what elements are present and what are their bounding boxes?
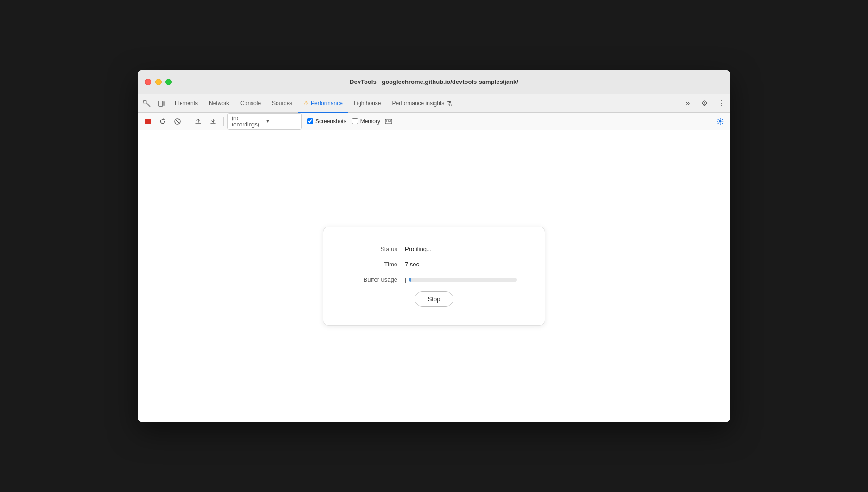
save-profile-button[interactable] <box>207 115 220 128</box>
time-row: Time 7 sec <box>351 261 517 268</box>
screenshots-checkbox-label[interactable]: Screenshots <box>307 118 346 125</box>
settings-button[interactable]: ⚙ <box>697 96 712 111</box>
record-stop-button[interactable] <box>141 115 154 128</box>
traffic-lights <box>145 79 172 85</box>
buffer-indicator: | <box>405 277 406 283</box>
main-content: Status Profiling... Time 7 sec Buffer us… <box>138 130 730 422</box>
buffer-bar-fill <box>409 278 411 282</box>
profiling-card: Status Profiling... Time 7 sec Buffer us… <box>323 227 545 326</box>
stop-button[interactable]: Stop <box>415 291 454 307</box>
svg-rect-0 <box>144 100 147 103</box>
toolbar-sep-1 <box>188 117 188 126</box>
device-toolbar-icon[interactable] <box>154 96 169 111</box>
tab-sources[interactable]: Sources <box>266 94 298 113</box>
tab-performance[interactable]: ⚠ Performance <box>298 94 348 113</box>
close-button[interactable] <box>145 79 151 85</box>
tab-console[interactable]: Console <box>235 94 266 113</box>
tab-performance-insights[interactable]: Performance insights ⚗ <box>387 94 458 113</box>
buffer-usage-label: Buffer usage <box>351 276 397 283</box>
devtools-window: DevTools - googlechrome.github.io/devtoo… <box>138 70 730 422</box>
svg-point-13 <box>719 120 722 122</box>
flask-icon: ⚗ <box>446 100 452 107</box>
performance-settings-button[interactable] <box>714 115 727 128</box>
more-tabs-button[interactable]: » <box>680 96 695 111</box>
svg-line-5 <box>176 120 179 123</box>
memory-checkbox[interactable] <box>352 118 358 124</box>
memory-gauge-button[interactable] <box>382 115 395 128</box>
more-options-button[interactable]: ⋮ <box>714 96 729 111</box>
upload-profile-button[interactable] <box>192 115 205 128</box>
maximize-button[interactable] <box>165 79 172 85</box>
time-value: 7 sec <box>405 261 419 268</box>
recordings-dropdown[interactable]: (no recordings) ▼ <box>227 113 302 130</box>
status-row: Status Profiling... <box>351 246 517 252</box>
devtools-right-icons: » ⚙ ⋮ <box>680 96 729 111</box>
svg-rect-1 <box>159 101 163 106</box>
title-bar: DevTools - googlechrome.github.io/devtoo… <box>138 70 730 94</box>
tab-network[interactable]: Network <box>203 94 235 113</box>
time-label: Time <box>351 261 397 268</box>
minimize-button[interactable] <box>155 79 162 85</box>
buffer-bar-container <box>409 278 517 282</box>
window-title: DevTools - googlechrome.github.io/devtoo… <box>350 78 518 85</box>
performance-toolbar: (no recordings) ▼ Screenshots Memory <box>138 113 730 130</box>
buffer-usage-row: Buffer usage | <box>351 276 517 283</box>
clear-button[interactable] <box>171 115 184 128</box>
status-value: Profiling... <box>405 246 432 252</box>
warning-icon: ⚠ <box>303 100 309 107</box>
inspect-element-icon[interactable] <box>139 96 154 111</box>
stop-button-row: Stop <box>351 291 517 307</box>
screenshots-checkbox[interactable] <box>307 118 313 124</box>
dropdown-arrow-icon: ▼ <box>265 119 297 124</box>
reload-record-button[interactable] <box>156 115 169 128</box>
svg-rect-2 <box>163 102 165 105</box>
status-label: Status <box>351 246 397 252</box>
memory-checkbox-label[interactable]: Memory <box>352 118 380 125</box>
tab-lighthouse[interactable]: Lighthouse <box>348 94 387 113</box>
devtools-tab-bar: Elements Network Console Sources ⚠ Perfo… <box>138 94 730 113</box>
tab-elements[interactable]: Elements <box>169 94 203 113</box>
svg-rect-3 <box>145 119 151 124</box>
toolbar-sep-2 <box>223 117 224 126</box>
